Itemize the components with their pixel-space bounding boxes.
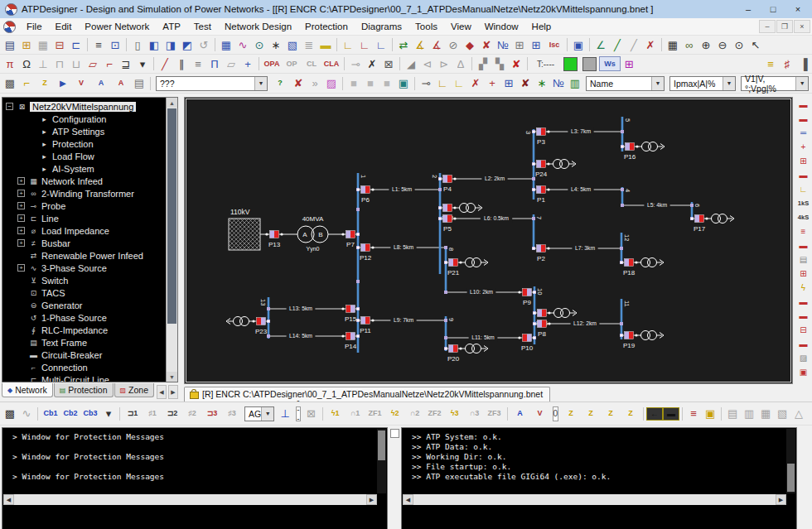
- fault-1[interactable]: ϟ1: [326, 406, 346, 422]
- scroll-up-icon[interactable]: ▲: [167, 98, 177, 108]
- expand-icon[interactable]: +: [17, 202, 25, 209]
- tree-item-text-frame[interactable]: ▤Text Frame: [6, 336, 177, 349]
- eraser[interactable]: ◢: [403, 55, 419, 72]
- left-console-vscrollbar[interactable]: [377, 429, 386, 493]
- right-console-hscrollbar[interactable]: ◀ ▶: [403, 494, 786, 505]
- snap-grid[interactable]: ▩: [2, 406, 18, 422]
- zoom-out[interactable]: ⊖: [714, 36, 731, 53]
- cla-mode[interactable]: CLA: [321, 55, 341, 72]
- menu-protection[interactable]: Protection: [298, 20, 355, 33]
- nr-settings[interactable]: №: [550, 75, 567, 92]
- tree-item-renewable-power-infeed[interactable]: ⇄Renewable Power Infeed: [6, 249, 177, 262]
- expand-icon[interactable]: +: [17, 227, 25, 234]
- rt-bar-7[interactable]: ▬: [795, 338, 812, 351]
- ct-set-2[interactable]: ⊐2: [162, 406, 182, 422]
- report-3[interactable]: ▦: [757, 406, 774, 422]
- component-combo[interactable]: ??? ▼: [156, 76, 268, 91]
- draw-polygon[interactable]: ▱: [223, 55, 239, 72]
- counter-field[interactable]: 0: [553, 406, 559, 421]
- breaker-dropdown[interactable]: ▾: [100, 406, 117, 422]
- insert-polyline[interactable]: ⌐: [101, 55, 118, 72]
- newton-raphson[interactable]: №: [495, 36, 511, 53]
- busbar-edit[interactable]: ♯: [779, 55, 795, 72]
- rt-line-blue[interactable]: ═: [795, 127, 812, 140]
- mirror-v[interactable]: ⊳: [436, 55, 452, 72]
- phase-b-square[interactable]: ■: [362, 75, 379, 92]
- tree-item-switch[interactable]: ⊻Switch: [6, 274, 177, 286]
- expand-icon[interactable]: +: [17, 177, 25, 185]
- expand-icon[interactable]: +: [17, 264, 25, 272]
- menu-network-design[interactable]: Network Design: [218, 20, 298, 33]
- tree-root-label[interactable]: Netz20kVMittelspannung: [30, 102, 136, 112]
- report-2[interactable]: ▥: [741, 406, 757, 422]
- cascade-2[interactable]: ▚: [491, 55, 508, 72]
- relay-t[interactable]: ⊥: [277, 406, 293, 422]
- tree-root[interactable]: − ⊠ Netz20kVMittelspannung: [6, 100, 177, 113]
- draw-line[interactable]: ╱: [157, 55, 173, 72]
- plot-curves[interactable]: ∿: [234, 36, 251, 53]
- tab-zone[interactable]: ▨ Zone: [114, 383, 155, 397]
- insert-busbar[interactable]: π: [2, 55, 18, 72]
- zoom-region[interactable]: ⊙: [731, 36, 747, 53]
- tree-item-rlc-impedance[interactable]: ∮RLC-Impedance: [6, 324, 177, 336]
- tree-item-load-impedance[interactable]: +⌀Load Impedance: [6, 224, 177, 237]
- delete-element[interactable]: ✗: [364, 55, 380, 72]
- rt-bar-4[interactable]: ▬: [795, 239, 812, 252]
- scroll-down-icon[interactable]: ▼: [167, 372, 177, 382]
- menu-edit[interactable]: Edit: [49, 20, 79, 33]
- scroll-left-icon[interactable]: ◀: [403, 494, 413, 505]
- result-stack[interactable]: ⊞: [500, 75, 517, 92]
- rt-doc[interactable]: ▤: [795, 253, 812, 267]
- rt-bar-5[interactable]: ▬: [795, 296, 812, 309]
- expand-icon[interactable]: +: [17, 239, 25, 247]
- project-tree[interactable]: − ⊠ Netz20kVMittelspannung ▸Configuratio…: [2, 97, 178, 382]
- z-distance[interactable]: Z: [581, 406, 601, 422]
- save-network[interactable]: ▦: [35, 36, 51, 53]
- op-mode[interactable]: OP: [282, 55, 302, 72]
- breaker-cb2[interactable]: Cb2: [60, 406, 80, 422]
- tree-item-load-flow[interactable]: ▸Load Flow: [6, 150, 177, 162]
- result-settings[interactable]: ∗: [534, 75, 550, 92]
- phase-a-square[interactable]: ■: [346, 75, 362, 92]
- short-circuit-current[interactable]: Isc: [544, 36, 564, 53]
- tree-item-connection[interactable]: ⌐Connection: [6, 361, 177, 373]
- chart-empty[interactable]: △: [790, 406, 807, 422]
- pattern-fill[interactable]: ▩: [2, 75, 18, 92]
- connection-dropdown[interactable]: ▾: [134, 55, 151, 72]
- label-v-no[interactable]: V: [530, 406, 550, 422]
- line-gray[interactable]: ╱: [626, 36, 642, 53]
- line-delete[interactable]: ✗: [642, 36, 659, 53]
- print[interactable]: ≡: [90, 36, 107, 53]
- angle-yellow[interactable]: ∡: [412, 36, 428, 53]
- line-add[interactable]: ╱: [609, 36, 626, 53]
- collapse-icon[interactable]: −: [6, 103, 13, 110]
- mdi-minimize-button[interactable]: –: [759, 20, 776, 33]
- select-pointer[interactable]: ↖: [747, 36, 764, 53]
- report-1[interactable]: ▤: [724, 406, 741, 422]
- grid-pq[interactable]: ⊞: [528, 36, 544, 53]
- tree-item-tacs[interactable]: ⊡TACS: [6, 286, 177, 299]
- ws-energy[interactable]: Ws: [599, 56, 621, 71]
- breaker-cb3[interactable]: Cb3: [80, 406, 100, 422]
- angle-red[interactable]: ∡: [428, 36, 445, 53]
- new-sheet[interactable]: ▯: [129, 36, 146, 53]
- plot-corner-blue[interactable]: ∟: [373, 36, 389, 53]
- library-book[interactable]: ▤: [131, 75, 147, 92]
- tree-item-two-winding-transformer[interactable]: +∞2-Winding Transformer: [6, 187, 177, 200]
- chevron-down-icon[interactable]: ▼: [651, 77, 664, 90]
- tools[interactable]: ∗: [268, 36, 284, 53]
- cl-mode[interactable]: CL: [302, 55, 321, 72]
- rt-ks-4[interactable]: 4kS: [794, 211, 812, 224]
- print-preview[interactable]: ⊡: [107, 36, 123, 53]
- tree-item-multi-circuit-line[interactable]: ⊏Multi-Circuit Line: [6, 373, 177, 382]
- menu-tools[interactable]: Tools: [408, 20, 444, 33]
- tab-protection[interactable]: ▤ Protection: [54, 383, 114, 397]
- breaker-cb1[interactable]: Cb1: [41, 406, 60, 422]
- z-1234[interactable]: Z: [621, 406, 640, 422]
- panel-toggle[interactable]: ▐: [795, 55, 812, 72]
- delete-probes[interactable]: ✘: [478, 36, 495, 53]
- doc-a[interactable]: A: [91, 75, 111, 92]
- current-display-combo[interactable]: Ipmax|A|% ▼: [669, 76, 736, 91]
- arch-2[interactable]: ∩2: [405, 406, 425, 422]
- splitter-grip[interactable]: [390, 429, 399, 438]
